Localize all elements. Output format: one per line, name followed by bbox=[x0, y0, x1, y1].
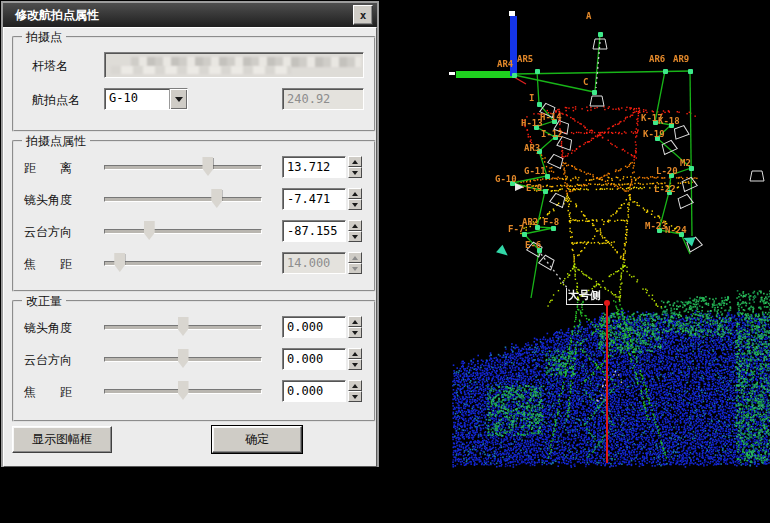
gimbal-dir-spinner[interactable] bbox=[348, 220, 362, 242]
distance-label: 距 离 bbox=[24, 160, 72, 177]
slider-track bbox=[104, 229, 262, 234]
waypoint-label: I-12 bbox=[541, 129, 563, 139]
down-arrow-icon bbox=[352, 363, 358, 370]
waypoint-label: F-8 bbox=[543, 217, 559, 227]
camera-marker-icon bbox=[592, 35, 608, 54]
distance-field[interactable]: 13.712 bbox=[282, 156, 346, 178]
corr-focal-field[interactable]: 0.000 bbox=[282, 380, 346, 402]
spin-down-button[interactable] bbox=[348, 167, 362, 178]
combo-dropdown-button[interactable] bbox=[169, 89, 187, 109]
corr-lens-angle-spinner[interactable] bbox=[348, 316, 362, 338]
spin-up-button[interactable] bbox=[348, 316, 362, 327]
spin-up-button[interactable] bbox=[348, 348, 362, 359]
ok-button[interactable]: 确定 bbox=[212, 426, 302, 453]
waypoint-node-AR9[interactable] bbox=[688, 69, 693, 74]
gimbal-dir-slider[interactable] bbox=[104, 220, 262, 242]
gimbal-dir-field[interactable]: -87.155 bbox=[282, 220, 346, 242]
waypoint-node-I[interactable] bbox=[537, 102, 542, 107]
corr-lens-angle-field[interactable]: 0.000 bbox=[282, 316, 346, 338]
corr-lens-angle-value: 0.000 bbox=[287, 320, 323, 334]
show-frame-button[interactable]: 显示图幅框 bbox=[12, 426, 112, 453]
lens-angle-field[interactable]: -7.471 bbox=[282, 188, 346, 210]
slider-track bbox=[104, 197, 262, 202]
point-name-value: G-10 bbox=[105, 89, 169, 109]
lens-angle-label: 镜头角度 bbox=[24, 192, 72, 209]
dialog-title: 修改航拍点属性 bbox=[15, 7, 353, 24]
waypoint-label: AR9 bbox=[673, 54, 689, 64]
down-arrow-icon bbox=[352, 331, 358, 338]
up-arrow-icon bbox=[352, 221, 358, 228]
waypoint-label: C bbox=[583, 77, 588, 87]
corr-focal-spinner[interactable] bbox=[348, 380, 362, 402]
waypoint-node-AR4[interactable] bbox=[512, 73, 517, 78]
waypoint-node-AR6[interactable] bbox=[663, 69, 668, 74]
corr-lens-angle-slider[interactable] bbox=[104, 316, 262, 338]
selected-point-marker bbox=[515, 183, 524, 191]
spin-down-button[interactable] bbox=[348, 199, 362, 210]
down-arrow-icon bbox=[352, 235, 358, 242]
slider-thumb[interactable] bbox=[202, 157, 213, 176]
lens-angle-value: -7.471 bbox=[287, 192, 330, 206]
down-arrow-icon bbox=[352, 267, 358, 274]
slider-thumb[interactable] bbox=[144, 221, 155, 240]
corr-focal-slider[interactable] bbox=[104, 380, 262, 402]
tower-center-line bbox=[606, 304, 608, 463]
spin-up-button[interactable] bbox=[348, 380, 362, 391]
waypoint-label: H-14 bbox=[540, 112, 562, 122]
waypoint-node-C[interactable] bbox=[592, 90, 597, 95]
lens-angle-slider[interactable] bbox=[104, 188, 262, 210]
waypoint-node-E-9[interactable] bbox=[543, 189, 548, 194]
slider-thumb[interactable] bbox=[211, 189, 222, 208]
spin-down-button[interactable] bbox=[348, 327, 362, 338]
camera-marker-icon bbox=[589, 92, 605, 111]
waypoint-node-G-11[interactable] bbox=[545, 174, 550, 179]
corr-focal-value: 0.000 bbox=[287, 384, 323, 398]
down-arrow-icon bbox=[352, 203, 358, 210]
tower-name-redacted-2 bbox=[111, 66, 291, 74]
lens-angle-spinner[interactable] bbox=[348, 188, 362, 210]
waypoint-label: AR5 bbox=[517, 54, 533, 64]
spin-down-button[interactable] bbox=[348, 359, 362, 370]
corr-gimbal-dir-slider[interactable] bbox=[104, 348, 262, 370]
distance-spinner[interactable] bbox=[348, 156, 362, 178]
waypoint-label: K-18 bbox=[658, 116, 680, 126]
down-arrow-icon bbox=[352, 395, 358, 402]
waypoint-node-A[interactable] bbox=[598, 32, 603, 37]
waypoint-label: E-6 bbox=[525, 240, 541, 250]
slider-thumb[interactable] bbox=[178, 317, 189, 336]
waypoint-label: AR6 bbox=[649, 54, 665, 64]
waypoint-label: M-23 bbox=[645, 221, 667, 231]
slider-thumb[interactable] bbox=[178, 349, 189, 368]
distance-slider[interactable] bbox=[104, 156, 262, 178]
corr-lens-angle-label: 镜头角度 bbox=[24, 320, 72, 337]
spin-down-button[interactable] bbox=[348, 231, 362, 242]
tower-name-field[interactable] bbox=[104, 52, 364, 78]
gimbal-dir-label: 云台方向 bbox=[24, 224, 72, 241]
ok-button-label: 确定 bbox=[245, 431, 269, 448]
waypoint-label: N-24 bbox=[665, 225, 687, 235]
waypoint-node-AR5[interactable] bbox=[535, 69, 540, 74]
distance-value: 13.712 bbox=[287, 160, 330, 174]
group-correction-title: 改正量 bbox=[22, 293, 66, 310]
dialog-client-area: 拍摄点 杆塔名 航拍点名 G-10 240.92 拍摄点属性 bbox=[3, 27, 377, 467]
spin-up-button[interactable] bbox=[348, 156, 362, 167]
spin-down-button[interactable] bbox=[348, 391, 362, 402]
point-name-combobox[interactable]: G-10 bbox=[104, 88, 188, 110]
spin-up-button[interactable] bbox=[348, 188, 362, 199]
up-arrow-icon bbox=[352, 317, 358, 324]
slider-track bbox=[104, 165, 262, 170]
dialog-titlebar[interactable]: 修改航拍点属性 x bbox=[3, 3, 377, 27]
corr-gimbal-dir-field[interactable]: 0.000 bbox=[282, 348, 346, 370]
corr-gimbal-dir-spinner[interactable] bbox=[348, 348, 362, 370]
altitude-value: 240.92 bbox=[287, 92, 330, 106]
down-arrow-icon bbox=[352, 171, 358, 178]
waypoint-label: F-7 bbox=[508, 224, 524, 234]
gimbal-dir-value: -87.155 bbox=[287, 224, 338, 238]
tower-name-label: 杆塔名 bbox=[32, 58, 68, 75]
waypoint-label: AR2 bbox=[522, 217, 538, 227]
spin-up-button[interactable] bbox=[348, 220, 362, 231]
close-button[interactable]: x bbox=[353, 5, 373, 25]
focal-slider[interactable] bbox=[104, 252, 262, 274]
slider-thumb[interactable] bbox=[114, 253, 125, 272]
slider-thumb[interactable] bbox=[178, 381, 189, 400]
